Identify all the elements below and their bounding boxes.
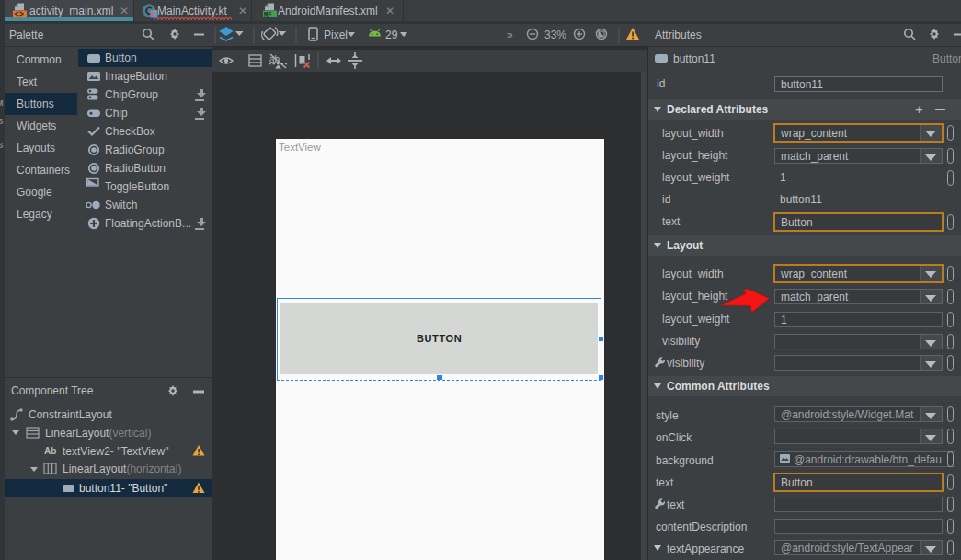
svg-text:Ab: Ab [44,446,56,456]
svg-text:<>: <> [15,10,24,19]
svg-text:M: M [0,98,4,108]
svg-text:S: S [0,117,4,126]
svg-text:MF: MF [264,11,271,18]
svg-text:ab: ab [269,54,280,64]
svg-text:S: S [0,141,4,150]
